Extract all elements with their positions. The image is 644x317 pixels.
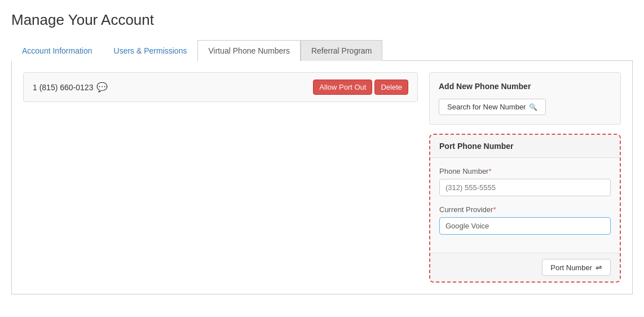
tabs-nav: Account Information Users & Permissions … [11, 40, 633, 61]
phone-number-input[interactable] [439, 179, 611, 196]
port-box-body: Phone Number* Current Provider* [430, 158, 620, 253]
tab-account-info[interactable]: Account Information [11, 40, 103, 61]
phone-number-display: 1 (815) 660-0123 💬 [33, 82, 108, 93]
port-number-button[interactable]: Port Number [542, 259, 611, 276]
search-icon [529, 103, 537, 111]
search-new-number-label: Search for New Number [447, 103, 526, 111]
phone-row: 1 (815) 660-0123 💬 Allow Port Out Delete [23, 72, 418, 102]
main-layout: 1 (815) 660-0123 💬 Allow Port Out Delete… [23, 72, 621, 283]
phone-number-label: Phone Number* [439, 167, 611, 175]
page-title: Manage Your Account [11, 11, 633, 29]
port-box-title: Port Phone Number [439, 142, 611, 151]
tab-users-permissions[interactable]: Users & Permissions [103, 40, 198, 61]
phone-number-field-group: Phone Number* [439, 167, 611, 196]
current-provider-label: Current Provider* [439, 205, 611, 214]
allow-port-out-button[interactable]: Allow Port Out [313, 80, 372, 95]
tab-referral-program[interactable]: Referral Program [301, 40, 382, 61]
phone-actions: Allow Port Out Delete [313, 80, 408, 95]
phone-number-text: 1 (815) 660-0123 [33, 83, 93, 92]
port-box-footer: Port Number [430, 253, 620, 281]
add-number-box: Add New Phone Number Search for New Numb… [429, 72, 621, 125]
port-phone-number-box: Port Phone Number Phone Number* Current … [429, 134, 621, 283]
current-provider-field-group: Current Provider* [439, 205, 611, 235]
tab-virtual-phone[interactable]: Virtual Phone Numbers [197, 40, 300, 61]
left-panel: 1 (815) 660-0123 💬 Allow Port Out Delete [23, 72, 418, 283]
port-icon [596, 263, 602, 272]
right-panel: Add New Phone Number Search for New Numb… [429, 72, 621, 283]
phone-number-required: * [488, 167, 491, 175]
tab-content: 1 (815) 660-0123 💬 Allow Port Out Delete… [11, 61, 633, 294]
search-new-number-button[interactable]: Search for New Number [439, 99, 546, 115]
delete-button[interactable]: Delete [374, 80, 408, 95]
current-provider-required: * [493, 205, 496, 214]
port-box-header: Port Phone Number [430, 135, 620, 158]
add-number-title: Add New Phone Number [439, 82, 611, 91]
port-number-label: Port Number [550, 263, 592, 272]
current-provider-input[interactable] [439, 217, 611, 235]
chat-icon: 💬 [96, 82, 108, 93]
